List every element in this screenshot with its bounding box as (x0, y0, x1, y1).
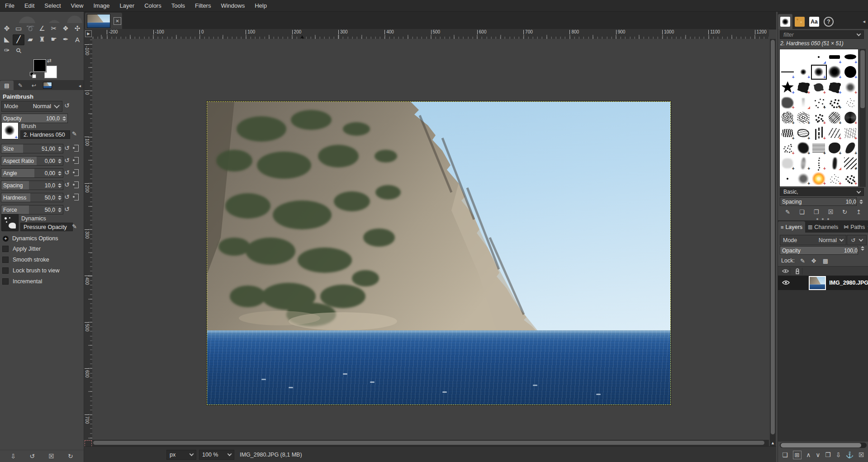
reset-icon[interactable]: ↺ (64, 157, 70, 164)
bucket-fill-tool[interactable]: ◣ (1, 34, 13, 45)
layer-opacity-slider[interactable]: Opacity 100,0 (780, 246, 858, 255)
zoom-tool[interactable]: ⚲ (13, 45, 24, 56)
spinner-icon[interactable] (861, 246, 864, 255)
brush-swatch-dripdots[interactable]: + (811, 156, 827, 171)
brush-tag-dropdown[interactable]: Basic, (780, 188, 864, 196)
color-picker-tool[interactable]: ✑ (1, 45, 13, 56)
brush-preview[interactable] (1, 122, 19, 139)
brush-swatch-bar[interactable]: + (827, 49, 843, 65)
paintbrush-tool[interactable]: ╱ (13, 34, 24, 45)
brush-swatch-splat-soft[interactable]: + (842, 80, 858, 95)
spinner-icon[interactable] (58, 159, 62, 163)
open-brush-as-image-button[interactable]: ↥ (856, 209, 861, 215)
brush-swatch-texture[interactable]: + (827, 110, 843, 125)
hardness-slider[interactable]: Hardness50,0 (1, 193, 63, 202)
rectangle-select-tool[interactable]: ▭ (13, 24, 24, 34)
mode-dropdown[interactable]: Mode Normal (1, 101, 62, 112)
brush-swatch-scribble[interactable]: + (780, 125, 796, 141)
checkbox-apply-jitter[interactable]: Apply Jitter (2, 246, 41, 252)
brush-spacing-slider[interactable]: Spacing 10,0 (780, 197, 857, 206)
tab-tool-options[interactable]: ▤ (0, 81, 14, 90)
eraser-tool[interactable]: ▰ (24, 34, 36, 45)
brush-swatch-dots-fine[interactable] (842, 95, 858, 110)
brush-swatch-diag[interactable]: + (842, 156, 858, 171)
menu-edit[interactable]: Edit (19, 2, 39, 9)
brush-swatch-smear[interactable] (827, 156, 843, 171)
crop-tool[interactable]: ✂ (48, 24, 60, 34)
reset-icon[interactable]: ↺ (64, 181, 70, 188)
menu-filters[interactable]: Filters (190, 2, 216, 9)
menu-tools[interactable]: Tools (166, 2, 190, 9)
brush-swatch-spray-dark[interactable]: + (842, 171, 858, 186)
brush-swatch-streak[interactable] (796, 95, 811, 110)
tab-fonts[interactable]: Aa (807, 14, 821, 29)
brush-swatch-dot-s[interactable] (780, 171, 796, 186)
horizontal-scrollbar[interactable] (92, 440, 769, 446)
delete-brush-button[interactable]: ☒ (828, 209, 833, 215)
brush-swatch-star[interactable]: + (780, 80, 796, 95)
brush-swatch-soft-m[interactable]: + (811, 65, 827, 80)
brush-swatch-soft-l[interactable]: + (827, 65, 843, 80)
brush-swatch-swirl[interactable]: + (842, 110, 858, 125)
visibility-column-icon[interactable] (781, 268, 790, 275)
spinner-icon[interactable] (58, 183, 62, 188)
brush-swatch-circle[interactable]: + (842, 65, 858, 80)
tab-channels[interactable]: ▥Channels (805, 221, 841, 233)
delete-layer-button[interactable]: ☒ (859, 451, 864, 458)
save-tool-preset-button[interactable]: ⇩ (10, 452, 16, 460)
link-brush-icon[interactable] (74, 181, 79, 188)
layer-row[interactable]: IMG_2980.JPG (778, 276, 868, 290)
brush-grid-scrollbar[interactable] (859, 49, 866, 187)
layer-mode-switch[interactable]: ↺ (847, 235, 867, 245)
reset-tool-options-button[interactable]: ↻ (68, 452, 73, 460)
raise-layer-button[interactable]: ∧ (806, 451, 811, 458)
brush-swatch-empty[interactable] (796, 49, 811, 65)
anchor-layer-button[interactable]: ⚓ (846, 451, 854, 458)
refresh-brushes-button[interactable]: ↻ (842, 209, 847, 215)
tab-patterns[interactable] (792, 14, 807, 29)
angle-slider[interactable]: Angle0,00 (1, 168, 63, 178)
checkbox-lock-brush-to-view[interactable]: Lock brush to view (2, 267, 60, 274)
lock-position-icon[interactable]: ✥ (811, 257, 816, 264)
mode-reset-button[interactable]: ↺ (64, 102, 70, 109)
spinner-icon[interactable] (58, 208, 62, 212)
dock-splitter[interactable]: ● ● ● (778, 217, 868, 220)
edit-brush-button[interactable]: ✎ (785, 209, 790, 215)
brush-swatch-glow[interactable]: + (811, 171, 827, 186)
dynamics-preview[interactable] (1, 214, 19, 231)
tab-device-status[interactable]: ✎ (14, 81, 27, 90)
unified-transform-tool[interactable]: ❖ (60, 24, 71, 34)
dynamics-field[interactable]: Pressure Opacity (20, 223, 73, 231)
layer-list-scrollbar[interactable] (780, 443, 867, 448)
brush-name-field[interactable]: 2. Hardness 050 (20, 130, 70, 139)
background-color-swatch[interactable] (44, 66, 57, 78)
handle-transform-tool[interactable]: ✣ (71, 24, 83, 34)
brush-swatch-splat2[interactable]: + (811, 80, 827, 95)
swap-colors-icon[interactable]: ⇄ (47, 57, 52, 64)
brush-swatch-dots-cluster[interactable]: + (827, 95, 843, 110)
smudge-tool[interactable]: ☛ (48, 34, 60, 45)
menu-file[interactable]: File (0, 2, 19, 9)
spinner-icon[interactable] (58, 171, 62, 176)
brush-swatch-soft-s[interactable]: + (796, 65, 811, 80)
brush-swatch-charcoal[interactable]: + (796, 141, 811, 156)
default-colors-icon[interactable] (30, 72, 35, 77)
menu-image[interactable]: Image (88, 2, 114, 9)
duplicate-brush-button[interactable]: ❐ (814, 209, 819, 215)
menu-windows[interactable]: Windows (216, 2, 250, 9)
menu-help[interactable]: Help (250, 2, 272, 9)
spinner-icon[interactable] (859, 200, 863, 204)
visibility-eye-icon[interactable] (782, 279, 790, 287)
link-column-icon[interactable] (793, 268, 802, 275)
force-slider[interactable]: Force50,0 (1, 205, 63, 214)
menu-layer[interactable]: Layer (115, 2, 140, 9)
brush-swatch-empty[interactable] (780, 49, 796, 65)
edit-brush-icon[interactable]: ✎ (72, 130, 77, 137)
checkbox-incremental[interactable]: Incremental (2, 278, 42, 285)
tab-menu-arrow-icon[interactable]: ◂ (79, 83, 81, 90)
tab-paths[interactable]: ⋈Paths (841, 221, 868, 233)
brush-swatch-spray[interactable]: + (827, 171, 843, 186)
brush-swatch-strokes[interactable]: + (827, 125, 843, 141)
canvas-viewport[interactable] (92, 39, 769, 440)
foreground-color-swatch[interactable] (33, 59, 46, 72)
